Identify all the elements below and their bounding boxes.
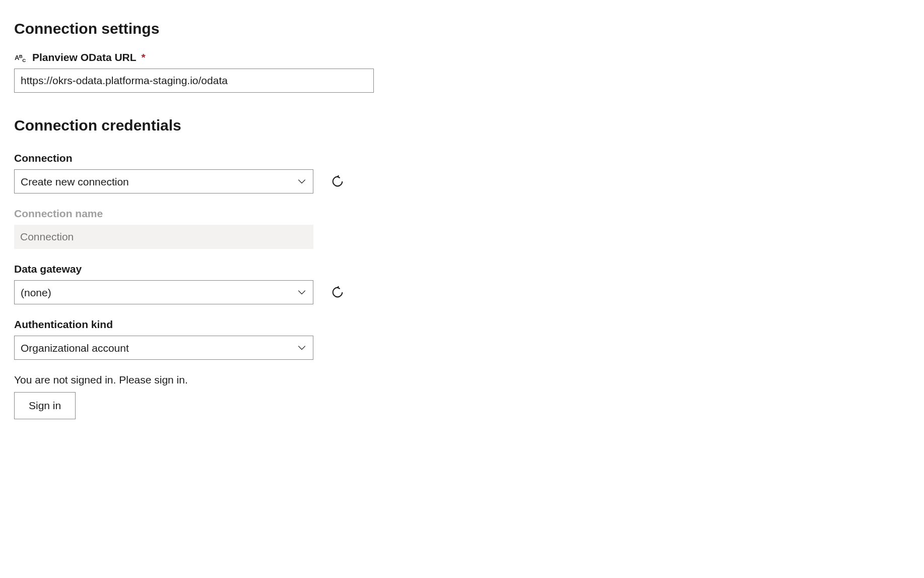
gateway-label: Data gateway — [14, 263, 910, 275]
url-input[interactable] — [14, 69, 374, 93]
signin-message: You are not signed in. Please sign in. — [14, 374, 910, 386]
connection-select[interactable]: Create new connection — [14, 169, 313, 194]
connection-field-group: Connection Create new connection — [14, 152, 910, 194]
connection-name-label: Connection name — [14, 208, 910, 220]
auth-label: Authentication kind — [14, 318, 910, 331]
url-field-label: A B C Planview OData URL * — [14, 51, 910, 63]
signin-section: You are not signed in. Please sign in. S… — [14, 374, 910, 419]
connection-name-input — [14, 225, 313, 249]
auth-select[interactable]: Organizational account — [14, 336, 313, 360]
url-field-group: A B C Planview OData URL * — [14, 51, 910, 93]
text-type-icon: A B C — [14, 52, 28, 63]
url-label-text: Planview OData URL — [32, 51, 137, 63]
refresh-icon — [331, 285, 345, 299]
gateway-select[interactable]: (none) — [14, 280, 313, 304]
signin-button[interactable]: Sign in — [14, 392, 76, 419]
gateway-field-group: Data gateway (none) — [14, 263, 910, 304]
refresh-gateway-button[interactable] — [328, 283, 347, 301]
svg-text:C: C — [22, 57, 26, 62]
connection-name-field-group: Connection name — [14, 208, 910, 249]
refresh-icon — [331, 174, 345, 188]
refresh-connection-button[interactable] — [328, 172, 347, 190]
connection-label: Connection — [14, 152, 910, 164]
required-indicator: * — [142, 51, 146, 63]
connection-settings-heading: Connection settings — [14, 20, 910, 37]
connection-credentials-heading: Connection credentials — [14, 117, 910, 134]
auth-field-group: Authentication kind Organizational accou… — [14, 318, 910, 360]
